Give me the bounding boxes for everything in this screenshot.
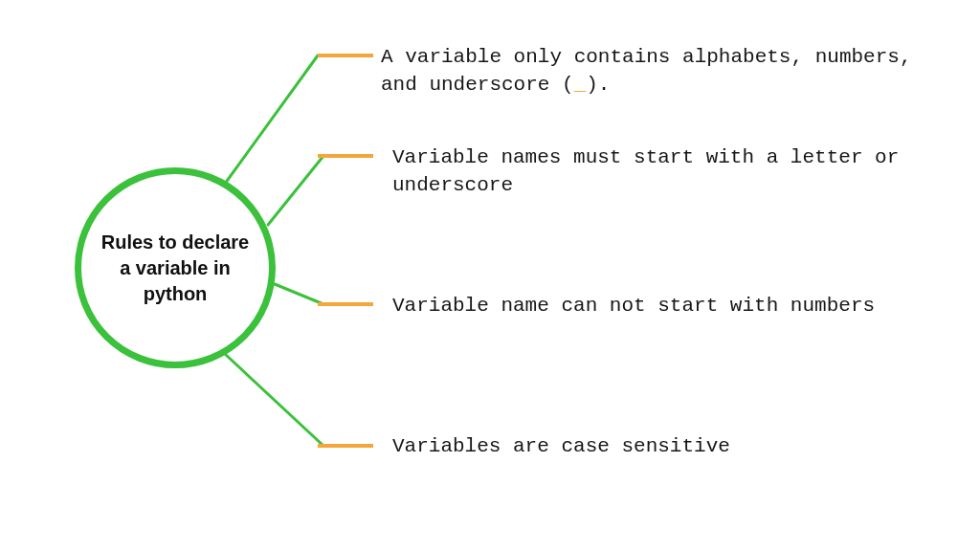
rule-text-part: Variable names must start with a letter … [392,146,911,196]
connector-line [225,55,318,184]
connector-line [268,156,323,225]
connector-line [225,354,323,446]
rule-text: A variable only contains alphabets, numb… [381,43,917,99]
rule-text-part: Variable name can not start with numbers [392,295,875,317]
diagram-stage: { "hub": { "label": "Rules to declare a … [0,0,980,551]
hub-title: Rules to declare a variable in python [99,230,252,307]
rule-text: Variable names must start with a letter … [392,143,928,200]
rule-text-part: A variable only contains alphabets, numb… [381,46,924,96]
rule-text: Variables are case sensitive [392,432,730,460]
rule-text-part: Variables are case sensitive [392,435,730,457]
hub-circle: Rules to declare a variable in python [75,167,276,368]
rule-text: Variable name can not start with numbers [392,292,875,320]
connector-line [275,284,323,304]
rule-text-part: ). [586,74,610,96]
underscore-accent: _ [574,74,587,96]
